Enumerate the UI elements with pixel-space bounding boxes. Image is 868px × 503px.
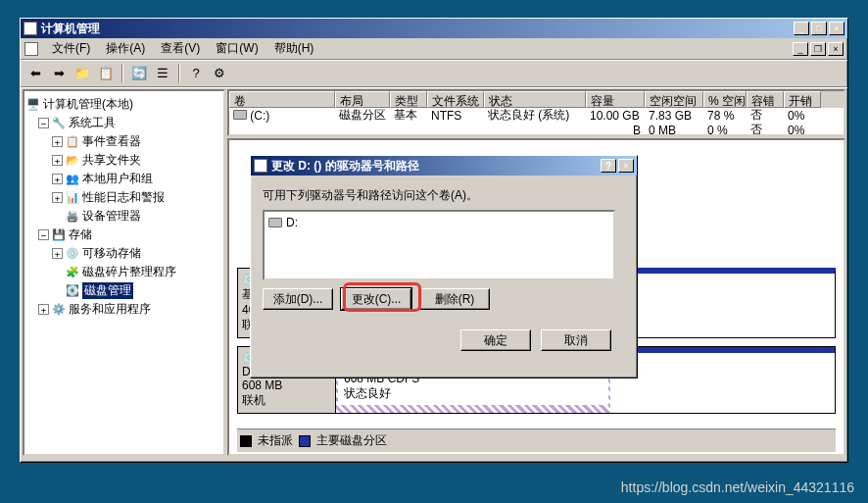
col-status[interactable]: 状态 xyxy=(484,91,586,108)
maximize-button[interactable]: □ xyxy=(811,22,827,35)
col-capacity[interactable]: 容量 xyxy=(586,91,645,108)
col-layout[interactable]: 布局 xyxy=(335,91,390,108)
tree-shared-folders[interactable]: +📂共享文件夹 xyxy=(26,151,221,170)
change-drive-letter-dialog: 更改 D: () 的驱动器号和路径 ? × 可用下列驱动器号和路径访问这个卷(A… xyxy=(250,155,638,378)
legend-unalloc-label: 未指派 xyxy=(258,432,293,449)
menu-action[interactable]: 操作(A) xyxy=(98,38,153,59)
drive-path-list[interactable]: D: xyxy=(263,210,615,280)
col-fs[interactable]: 文件系统 xyxy=(427,91,484,108)
child-minimize-button[interactable]: _ xyxy=(793,42,808,56)
dialog-instruction: 可用下列驱动器号和路径访问这个卷(A)。 xyxy=(263,187,625,204)
toolbar-separator xyxy=(121,64,123,83)
tree-defrag[interactable]: 🧩磁盘碎片整理程序 xyxy=(26,263,221,281)
legend-primary-label: 主要磁盘分区 xyxy=(316,432,387,449)
minimize-button[interactable]: _ xyxy=(794,22,809,35)
list-header: 卷 布局 类型 文件系统 状态 容量 空闲空间 % 空闲 容错 开销 xyxy=(229,91,844,108)
legend: 未指派 主要磁盘分区 xyxy=(237,428,836,452)
dialog-title: 更改 D: () 的驱动器号和路径 xyxy=(271,158,601,175)
back-button[interactable]: ⬅ xyxy=(24,63,46,84)
menu-help[interactable]: 帮助(H) xyxy=(266,38,322,59)
disk-icon xyxy=(268,218,282,227)
toolbar-separator xyxy=(178,64,180,83)
tree-panel[interactable]: 🖥️计算机管理(本地) −🔧系统工具 +📋事件查看器 +📂共享文件夹 +👥本地用… xyxy=(23,89,225,456)
dialog-help-button[interactable]: ? xyxy=(601,159,616,173)
window-title: 计算机管理 xyxy=(41,21,794,37)
change-button[interactable]: 更改(C)... xyxy=(341,288,411,310)
tree-disk-mgmt[interactable]: 💽磁盘管理 xyxy=(26,281,221,300)
table-row[interactable]: B 0 MB 0 % 否 0% xyxy=(229,123,844,136)
menu-window[interactable]: 窗口(W) xyxy=(208,38,265,59)
volume-list[interactable]: 卷 布局 类型 文件系统 状态 容量 空闲空间 % 空闲 容错 开销 (C:) … xyxy=(227,89,845,136)
dialog-title-bar: 更改 D: () 的驱动器号和路径 ? × xyxy=(251,156,637,176)
legend-primary-icon xyxy=(299,435,311,447)
watermark: https://blog.csdn.net/weixin_44321116 xyxy=(621,479,854,495)
app-icon xyxy=(24,22,37,35)
tree-perf-logs[interactable]: +📊性能日志和警报 xyxy=(26,188,221,207)
tree-system-tools[interactable]: −🔧系统工具 xyxy=(26,114,221,132)
disk-icon xyxy=(233,110,247,120)
tree-services[interactable]: +⚙️服务和应用程序 xyxy=(26,300,221,319)
list-item[interactable]: D: xyxy=(268,216,609,229)
menu-file[interactable]: 文件(F) xyxy=(44,38,98,59)
help-button[interactable]: ? xyxy=(185,63,207,84)
col-pct[interactable]: % 空闲 xyxy=(703,91,747,108)
menu-bar: 文件(F) 操作(A) 查看(V) 窗口(W) 帮助(H) _ ❐ × xyxy=(21,38,847,60)
close-button[interactable]: × xyxy=(829,22,844,35)
list-view-button[interactable]: ☰ xyxy=(152,63,173,84)
mmc-icon xyxy=(24,42,38,56)
col-type[interactable]: 类型 xyxy=(390,91,427,108)
toolbar: ⬅ ➡ 📁 📋 🔄 ☰ ? ⚙ xyxy=(21,60,847,87)
tree-local-users[interactable]: +👥本地用户和组 xyxy=(26,170,221,188)
add-button[interactable]: 添加(D)... xyxy=(263,288,333,310)
dialog-close-button[interactable]: × xyxy=(618,159,634,173)
legend-unalloc-icon xyxy=(240,435,252,447)
tree-storage[interactable]: −💾存储 xyxy=(26,226,221,244)
title-bar: 计算机管理 _ □ × xyxy=(21,19,847,38)
tree-device-mgr[interactable]: 🖨️设备管理器 xyxy=(26,207,221,226)
child-close-button[interactable]: × xyxy=(828,42,844,56)
up-button[interactable]: 📁 xyxy=(72,63,93,84)
table-row[interactable]: (C:) 磁盘分区 基本 NTFS 状态良好 (系统) 10.00 GB 7.8… xyxy=(229,108,844,123)
cancel-button[interactable]: 取消 xyxy=(541,329,611,351)
tree-removable[interactable]: +💿可移动存储 xyxy=(26,244,221,263)
child-restore-button[interactable]: ❐ xyxy=(810,42,826,56)
col-fault[interactable]: 容错 xyxy=(747,91,784,108)
tree-event-viewer[interactable]: +📋事件查看器 xyxy=(26,132,221,151)
col-volume[interactable]: 卷 xyxy=(229,91,335,108)
properties-button[interactable]: 📋 xyxy=(95,63,117,84)
col-overhead[interactable]: 开销 xyxy=(784,91,821,108)
forward-button[interactable]: ➡ xyxy=(48,63,70,84)
ok-button[interactable]: 确定 xyxy=(460,329,531,351)
tree-root[interactable]: 🖥️计算机管理(本地) xyxy=(26,95,221,114)
settings-button[interactable]: ⚙ xyxy=(209,63,230,84)
refresh-button[interactable]: 🔄 xyxy=(128,63,150,84)
remove-button[interactable]: 删除(R) xyxy=(419,288,490,310)
col-free[interactable]: 空闲空间 xyxy=(645,91,703,108)
dialog-icon xyxy=(254,159,267,173)
menu-view[interactable]: 查看(V) xyxy=(153,38,208,59)
